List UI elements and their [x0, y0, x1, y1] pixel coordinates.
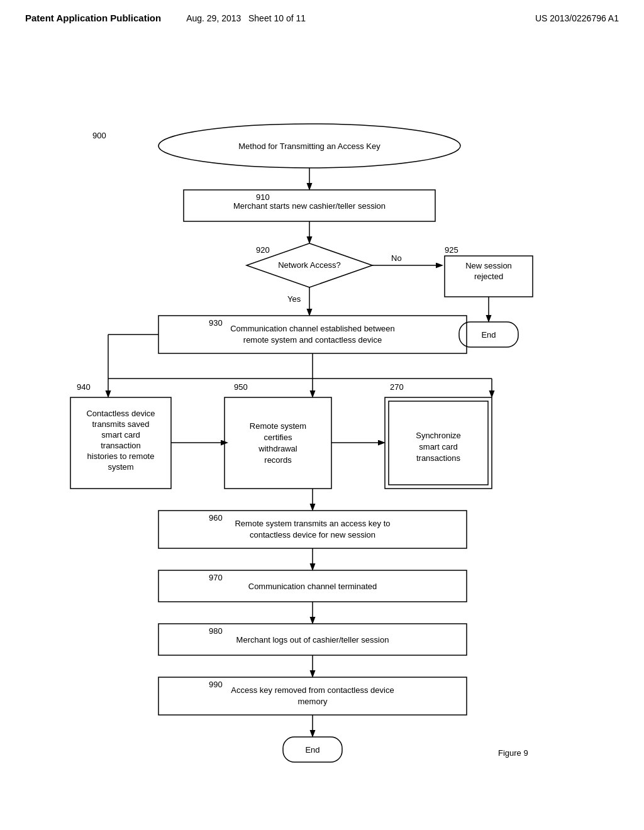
- label-990: 990: [209, 680, 223, 689]
- header: Patent Application Publication Aug. 29, …: [25, 13, 619, 26]
- text-925b: rejected: [474, 272, 503, 281]
- text-940b: transmits saved: [92, 419, 149, 429]
- text-950d: records: [264, 455, 292, 465]
- no-label: No: [391, 253, 402, 263]
- text-950c: withdrawal: [258, 444, 297, 453]
- label-980: 980: [209, 626, 223, 636]
- header-date: Aug. 29, 2013 Sheet 10 of 11: [186, 13, 306, 23]
- end2-label: End: [305, 745, 319, 755]
- text-930a: Communication channel established betwee…: [230, 324, 395, 333]
- text-940a: Contactless device: [86, 409, 155, 418]
- text-990a: Access key removed from contactless devi…: [231, 685, 394, 695]
- text-960a: Remote system transmits an access key to: [235, 519, 390, 528]
- label-940: 940: [77, 382, 91, 392]
- label-960: 960: [209, 513, 223, 523]
- yes-label: Yes: [287, 294, 301, 304]
- text-270b: smart card: [419, 442, 457, 451]
- text-950b: certifies: [264, 433, 292, 442]
- label-950: 950: [234, 382, 248, 392]
- text-970: Communication channel terminated: [248, 582, 377, 591]
- text-950a: Remote system: [250, 421, 306, 431]
- box-950: [225, 397, 331, 489]
- text-920: Network Access?: [278, 260, 341, 270]
- label-910: 910: [256, 192, 270, 202]
- start-label: Method for Transmitting an Access Key: [238, 141, 380, 151]
- diagram-container: 900 Method for Transmitting an Access Ke…: [26, 45, 618, 800]
- text-930b: remote system and contactless device: [243, 335, 382, 345]
- text-980: Merchant logs out of cashier/teller sess…: [236, 635, 389, 645]
- end1-label: End: [481, 330, 496, 340]
- label-930: 930: [209, 318, 223, 328]
- label-270: 270: [390, 382, 404, 392]
- text-270c: transactions: [416, 453, 461, 463]
- label-925: 925: [445, 245, 458, 255]
- header-patent: US 2013/0226796 A1: [535, 13, 619, 23]
- text-960b: contactless device for new session: [250, 530, 375, 540]
- text-940f: system: [108, 462, 133, 472]
- text-940c: smart card: [101, 430, 140, 440]
- page: Patent Application Publication Aug. 29, …: [0, 0, 644, 830]
- text-940e: histories to remote: [87, 451, 155, 461]
- header-title: Patent Application Publication: [25, 13, 161, 23]
- label-900: 900: [92, 131, 106, 140]
- label-920: 920: [256, 245, 270, 255]
- box-990: [158, 677, 467, 715]
- figure-label: Figure 9: [498, 748, 528, 758]
- text-990b: memory: [298, 697, 328, 706]
- flowchart-svg: 900 Method for Transmitting an Access Ke…: [26, 45, 618, 800]
- label-970: 970: [209, 573, 223, 582]
- text-910: Merchant starts new cashier/teller sessi…: [233, 201, 386, 211]
- text-925a: New session: [465, 261, 512, 270]
- box-960: [158, 511, 467, 548]
- box-930: [158, 316, 467, 353]
- text-270a: Synchronize: [416, 431, 461, 440]
- text-940d: transaction: [101, 441, 141, 450]
